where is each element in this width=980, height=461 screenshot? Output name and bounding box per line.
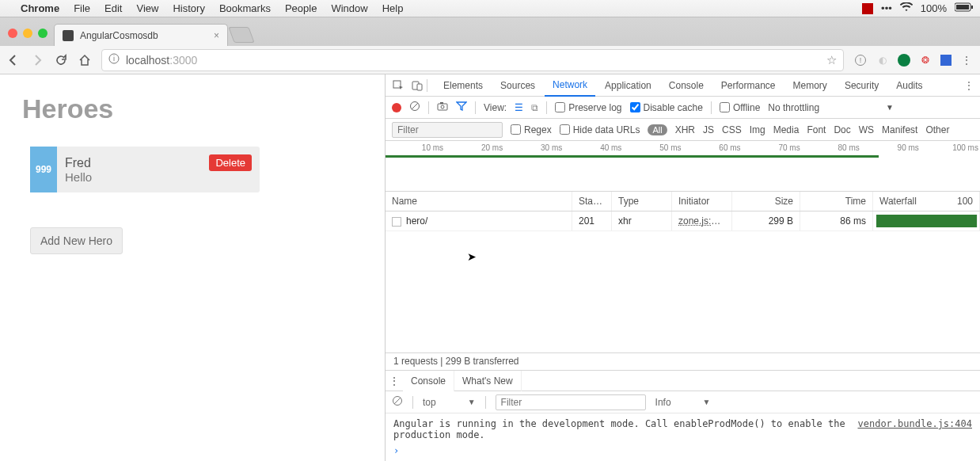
window-close-button[interactable] [8,29,17,38]
extension-icon[interactable]: ❂ [918,55,933,66]
hero-saying: Hello [65,170,92,184]
clear-button[interactable] [409,101,420,114]
regex-checkbox[interactable]: Regex [511,124,552,135]
drawer-menu-button[interactable]: ⋮ [386,375,403,387]
window-minimize-button[interactable] [23,29,32,38]
menu-view[interactable]: View [136,2,158,14]
hero-card[interactable]: 999 Fred Hello Delete [30,147,260,192]
tab-audits[interactable]: Audits [888,74,930,97]
svg-rect-7 [393,81,401,88]
filter-js[interactable]: JS [703,124,714,135]
view-list-icon[interactable]: ☰ [515,102,523,113]
view-label: View: [484,102,507,113]
network-timeline[interactable]: 10 ms 20 ms 30 ms 40 ms 50 ms 60 ms 70 m… [386,141,980,192]
status-dots-icon[interactable]: ••• [881,2,892,14]
filter-img[interactable]: Img [750,124,765,135]
reload-button[interactable] [54,54,68,67]
filter-css[interactable]: CSS [722,124,742,135]
menu-window[interactable]: Window [331,2,367,14]
disable-cache-checkbox[interactable]: Disable cache [630,102,703,113]
col-status[interactable]: Status [572,192,612,211]
drawer-tab-console[interactable]: Console [403,371,454,391]
network-filter-bar: Regex Hide data URLs All XHR JS CSS Img … [386,119,980,141]
filter-font[interactable]: Font [807,124,826,135]
svg-text:i: i [113,55,115,63]
tab-sources[interactable]: Sources [492,74,543,97]
chrome-menu-button[interactable]: ⋮ [959,55,974,66]
console-context-dropdown[interactable]: top▼ [423,397,476,408]
hide-data-urls-checkbox[interactable]: Hide data URLs [560,124,640,135]
col-name[interactable]: Name [386,192,572,211]
tab-close-button[interactable]: × [214,30,219,41]
filter-media[interactable]: Media [773,124,800,135]
filter-xhr[interactable]: XHR [675,124,695,135]
tick: 40 ms [564,143,623,152]
col-waterfall[interactable]: Waterfall 100 [873,192,980,211]
wifi-icon[interactable] [900,2,913,14]
filter-toggle-icon[interactable] [456,101,467,113]
network-row[interactable]: hero/ 201 xhr zone.js:26… 299 B 86 ms [386,211,980,231]
forward-button [30,54,44,67]
back-button[interactable] [6,54,21,67]
filter-ws[interactable]: WS [859,124,874,135]
filter-doc[interactable]: Doc [834,124,850,135]
svg-rect-1 [971,6,973,9]
site-info-icon[interactable]: i [108,53,120,67]
file-icon [392,217,401,227]
throttling-dropdown[interactable]: No throttling▼ [768,102,894,113]
capture-screenshot-icon[interactable] [437,101,448,113]
filter-manifest[interactable]: Manifest [882,124,917,135]
menu-people[interactable]: People [285,2,317,14]
svg-point-13 [441,105,444,109]
extension-icon[interactable] [940,55,952,66]
col-time[interactable]: Time [800,192,873,211]
devtools-more-button[interactable]: ⋮ [958,80,980,91]
record-button[interactable] [392,103,401,112]
extension-icon[interactable] [898,54,910,67]
browser-tab[interactable]: AngularCosmosdb × [54,24,228,46]
app-menu[interactable]: Chrome [21,2,59,14]
devtools-panel: Elements Sources Network Application Con… [385,74,980,461]
delete-button[interactable]: Delete [209,154,252,171]
preserve-log-checkbox[interactable]: Preserve log [555,102,621,113]
tab-network[interactable]: Network [545,74,595,97]
col-size[interactable]: Size [732,192,800,211]
console-clear-button[interactable] [392,395,403,409]
home-button[interactable] [78,54,92,67]
menu-bookmarks[interactable]: Bookmarks [219,2,271,14]
waterfall-bar [876,215,978,227]
new-tab-button[interactable] [228,27,254,43]
extension-icon[interactable]: ! [853,54,868,67]
tab-console[interactable]: Console [661,74,712,97]
tab-security[interactable]: Security [837,74,887,97]
tab-memory[interactable]: Memory [785,74,835,97]
view-frames-icon[interactable]: ⧉ [531,102,538,113]
extension-icon[interactable]: ◐ [876,55,890,66]
bookmark-star-icon[interactable]: ☆ [826,53,837,67]
tab-application[interactable]: Application [597,74,659,97]
device-toggle-icon[interactable] [408,80,427,91]
inspect-element-icon[interactable] [389,80,408,91]
address-bar[interactable]: i localhost:3000 ☆ [101,49,844,71]
menu-help[interactable]: Help [382,2,404,14]
tab-performance[interactable]: Performance [713,74,784,97]
menu-file[interactable]: File [74,2,90,14]
window-maximize-button[interactable] [38,29,47,38]
menu-history[interactable]: History [173,2,204,14]
offline-checkbox[interactable]: Offline [720,102,760,113]
col-initiator[interactable]: Initiator [672,192,732,211]
console-source-link[interactable]: vendor.bundle.js:404 [858,418,973,440]
filter-other[interactable]: Other [925,124,949,135]
drawer-tab-whatsnew[interactable]: What's New [454,371,522,391]
console-level-dropdown[interactable]: Info▼ [655,397,711,408]
menu-edit[interactable]: Edit [104,2,122,14]
tick: 50 ms [623,143,682,152]
col-type[interactable]: Type [612,192,672,211]
filter-all[interactable]: All [648,124,667,135]
favicon-icon [63,30,74,41]
tab-elements[interactable]: Elements [435,74,491,97]
console-prompt[interactable]: › [386,445,980,461]
add-new-hero-button[interactable]: Add New Hero [30,227,123,254]
network-filter-input[interactable] [392,122,503,138]
console-filter-input[interactable] [496,394,646,410]
